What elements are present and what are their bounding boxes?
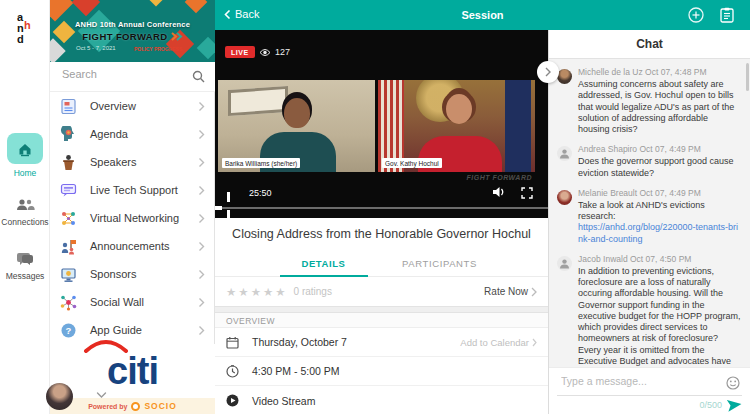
elapsed-time: 25:50	[249, 188, 272, 198]
citi-arc	[82, 337, 130, 353]
search-icon[interactable]	[192, 70, 205, 83]
chat-scrollbar[interactable]	[746, 63, 749, 91]
chevron-right-icon	[198, 241, 205, 252]
menu-item-sponsors[interactable]: Sponsors	[50, 260, 215, 288]
app-window: a h n d Home Connections Messages	[0, 0, 750, 414]
message-body: Jacob Inwald Oct 07, 4:50 PM In addition…	[578, 254, 741, 367]
avatar	[557, 256, 572, 271]
rail-item-home[interactable]: Home	[0, 133, 50, 178]
banner-shape	[50, 0, 73, 21]
chevron-right-icon	[198, 297, 205, 308]
collapse-chat-button[interactable]	[537, 61, 559, 83]
sidebar: ANHD 10th Annual Conference FIGHT FORWAR…	[50, 0, 215, 414]
chat-message-list: Michelle de la Uz Oct 07, 4:48 PM Assumi…	[549, 59, 750, 367]
chevron-right-icon	[198, 213, 205, 224]
message-author-time: Andrea Shapiro Oct 07, 4:49 PM	[578, 144, 741, 154]
menu-label: Live Tech Support	[90, 184, 178, 196]
volume-icon[interactable]	[492, 186, 506, 198]
search-input[interactable]	[60, 67, 180, 81]
conference-banner: ANHD 10th Annual Conference FIGHT FORWAR…	[50, 0, 215, 62]
rail-label-messages: Messages	[0, 271, 50, 281]
home-icon	[7, 133, 43, 164]
notes-icon[interactable]	[720, 7, 734, 23]
star-rating[interactable]: ★★★★★	[226, 285, 288, 299]
section-divider	[215, 306, 548, 313]
powered-by-socio[interactable]: Powered by SOCIO	[50, 398, 215, 414]
message-text: Assuming concerns about safety are addre…	[578, 79, 741, 135]
rail-label-connections: Connections	[0, 217, 50, 227]
rail-item-messages[interactable]: Messages	[0, 251, 50, 281]
star-icon: ★	[275, 286, 287, 298]
message-input[interactable]	[559, 374, 714, 388]
video-feed-speaker-2: Gov. Kathy Hochul	[378, 80, 535, 172]
add-icon[interactable]	[688, 7, 704, 23]
menu-item-agenda[interactable]: Agenda	[50, 120, 215, 148]
sponsor-citi-logo[interactable]: citi	[50, 344, 215, 398]
logo-letter: d	[17, 34, 24, 45]
profile-chevron-down-icon[interactable]	[96, 391, 107, 399]
feed-person	[284, 98, 310, 128]
session-panel: LIVE 127 Barika Williams (she/her) Gov. …	[215, 30, 548, 414]
chat-message: Melanie Breault Oct 07, 4:49 PM Take a l…	[549, 182, 750, 248]
powered-by-label: Powered by	[88, 403, 127, 410]
session-format: Video Stream	[252, 395, 315, 407]
message-text: In addition to preventing evictions, for…	[578, 266, 741, 367]
page-title: Session	[215, 9, 750, 21]
send-icon[interactable]	[727, 398, 742, 412]
fullscreen-icon[interactable]	[521, 187, 533, 199]
rate-now-label: Rate Now	[484, 286, 528, 297]
banner-shape	[148, 0, 165, 6]
tab-participants[interactable]: PARTICIPANTS	[396, 248, 484, 276]
avatar	[557, 69, 572, 84]
sidebar-search	[50, 62, 215, 92]
chevron-right-icon	[532, 338, 537, 347]
video-feed-speaker-1: Barika Williams (she/her)	[218, 80, 375, 172]
menu-item-social-wall[interactable]: Social Wall	[50, 288, 215, 316]
feed-background	[228, 86, 288, 116]
banner-dates: Oct 5 - 7, 2021	[76, 45, 116, 51]
menu-item-overview[interactable]: Overview	[50, 92, 215, 120]
menu-item-announcements[interactable]: Announcements	[50, 232, 215, 260]
message-text: Take a look at ANHD's evictions research…	[578, 200, 741, 223]
menu-item-live-tech-support[interactable]: Live Tech Support	[50, 176, 215, 204]
overview-date-row: Thursday, October 7 Add to Calendar	[215, 328, 548, 357]
social-wall-icon	[60, 294, 77, 311]
menu-item-speakers[interactable]: Speakers	[50, 148, 215, 176]
chevron-right-icon	[198, 185, 205, 196]
banner-subtitle-row: FIGHT FORWARD	[50, 31, 215, 42]
overview-icon	[60, 98, 77, 115]
tab-details[interactable]: DETAILS	[280, 248, 368, 276]
message-author-time: Michelle de la Uz Oct 07, 4:48 PM	[578, 67, 741, 77]
viewer-count: 127	[259, 47, 290, 57]
menu-label: Sponsors	[90, 268, 136, 280]
chevron-right-icon	[198, 325, 205, 336]
menu-item-virtual-networking[interactable]: Virtual Networking	[50, 204, 215, 232]
emoji-icon[interactable]	[726, 376, 740, 390]
pause-button[interactable]	[227, 188, 236, 198]
banner-subtitle: FIGHT FORWARD	[82, 31, 167, 42]
add-to-calendar-button[interactable]: Add to Calendar	[460, 337, 537, 348]
char-counter: 0/500	[699, 400, 722, 410]
connections-icon	[15, 197, 35, 213]
agenda-icon	[60, 126, 77, 143]
left-rail: a h n d Home Connections Messages	[0, 0, 50, 414]
menu-item-app-guide[interactable]: ? App Guide	[50, 316, 215, 344]
menu-label: Virtual Networking	[90, 212, 179, 224]
rate-now-button[interactable]: Rate Now	[484, 286, 537, 297]
message-text: Does the governor support good cause evi…	[578, 156, 741, 179]
announcements-icon	[60, 238, 77, 255]
banner-arrow-icon	[171, 32, 183, 41]
profile-avatar[interactable]	[46, 383, 73, 410]
chevron-right-icon	[198, 101, 205, 112]
ratings-count: 0 ratings	[294, 286, 332, 297]
menu-label: Announcements	[90, 240, 170, 252]
menu-label: Speakers	[90, 156, 136, 168]
input-underline	[557, 395, 742, 396]
progress-bar[interactable]	[215, 207, 548, 209]
star-icon: ★	[251, 286, 263, 298]
star-icon: ★	[238, 286, 250, 298]
video-player[interactable]: LIVE 127 Barika Williams (she/her) Gov. …	[215, 30, 548, 218]
chevron-right-icon	[198, 269, 205, 280]
message-link[interactable]: https://anhd.org/blog/220000-tenants-bri…	[578, 222, 741, 245]
rail-item-connections[interactable]: Connections	[0, 197, 50, 227]
